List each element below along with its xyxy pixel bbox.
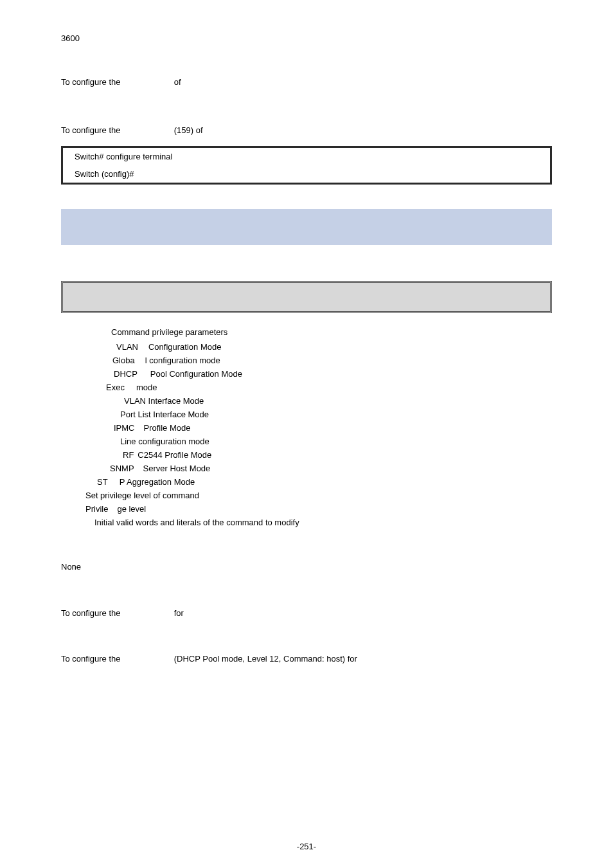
- param-desc: VLAN Interface Mode: [124, 396, 552, 406]
- terminal-box: Switch# configure terminal Switch (confi…: [61, 146, 552, 185]
- outro2-mid: (DHCP Pool mode, Level 12, Command: host…: [174, 654, 357, 664]
- param-row: DHCPPool Configuration Mode: [114, 369, 552, 379]
- parameter-list: Command privilege parameters VLANConfigu…: [61, 326, 552, 528]
- param-row: Port List Interface Mode: [120, 410, 552, 419]
- param-gap: [135, 356, 145, 365]
- outro1-mid: for: [174, 608, 184, 618]
- param-label: ST: [97, 477, 108, 487]
- param-tail-text: Initial valid words and literals of the …: [94, 518, 299, 527]
- param-label: DHCP: [114, 369, 138, 379]
- param-desc: mode: [136, 383, 552, 392]
- intro2-prefix: To configure the: [61, 125, 123, 135]
- syntax-box: [61, 281, 552, 313]
- intro2-mid: (159) of: [174, 125, 203, 135]
- param-desc: Line configuration mode: [120, 437, 552, 446]
- param-label: Exec: [106, 383, 125, 392]
- param-desc: Configuration Mode: [148, 342, 552, 352]
- param-desc: C2544 Profile Mode: [138, 450, 552, 460]
- outro1-prefix: To configure the: [61, 608, 123, 618]
- header-left: 3600: [61, 32, 552, 45]
- param-row: STP Aggregation Mode: [97, 477, 552, 487]
- intro-line-2: To configure the (159) of: [61, 124, 552, 137]
- param-desc: Server Host Mode: [143, 464, 552, 473]
- intro1-prefix: To configure the: [61, 77, 123, 87]
- terminal-line-2: Switch (config)#: [63, 165, 550, 183]
- param-desc: Profile Mode: [144, 423, 553, 433]
- param-desc: l configuration mode: [145, 356, 552, 365]
- param-desc: P Aggregation Mode: [120, 477, 552, 487]
- param-row: Execmode: [106, 383, 552, 392]
- param-row: Global configuration mode: [112, 356, 552, 365]
- param-gap: [135, 423, 144, 433]
- param-row: Line configuration mode: [120, 437, 552, 446]
- param-row: IPMCProfile Mode: [114, 423, 552, 433]
- param-tail-a: Privile: [85, 504, 108, 514]
- param-tail-row: Privilege level: [85, 504, 552, 514]
- param-gap: [125, 383, 136, 392]
- param-desc: Pool Configuration Mode: [150, 369, 552, 379]
- terminal-line-1: Switch# configure terminal: [63, 148, 550, 165]
- outro2-prefix: To configure the: [61, 654, 123, 664]
- param-tail-row: Initial valid words and literals of the …: [94, 518, 552, 527]
- param-gap: [138, 369, 150, 379]
- intro-line-1: To configure the of: [61, 76, 552, 89]
- param-gap: [138, 342, 148, 352]
- outro-line-1: To configure the for: [61, 607, 552, 620]
- param-desc: Port List Interface Mode: [120, 410, 552, 419]
- param-label: VLAN: [116, 342, 138, 352]
- param-gap: [134, 464, 143, 473]
- param-row: VLANConfiguration Mode: [116, 342, 552, 352]
- intro1-mid: of: [174, 77, 181, 87]
- outro-line-2: To configure the (DHCP Pool mode, Level …: [61, 653, 552, 665]
- param-tail-b: ge level: [117, 504, 146, 514]
- default-none: None: [61, 561, 552, 574]
- param-gap: [108, 477, 120, 487]
- section-banner: [61, 209, 552, 245]
- param-tail-row: Set privilege level of command: [85, 491, 552, 500]
- param-label: Globa: [112, 356, 135, 365]
- page-root: 3600 To configure the of To configure th…: [0, 0, 613, 868]
- param-label: SNMP: [110, 464, 134, 473]
- param-row: VLAN Interface Mode: [124, 396, 552, 406]
- param-row: RFC2544 Profile Mode: [123, 450, 552, 460]
- param-row: SNMPServer Host Mode: [110, 464, 552, 473]
- param-tail-gap: [108, 504, 117, 514]
- page-number: -251-: [0, 842, 613, 851]
- param-tail-text: Set privilege level of command: [85, 491, 199, 500]
- param-label: IPMC: [114, 423, 135, 433]
- param-heading: Command privilege parameters: [111, 326, 552, 339]
- param-label: RF: [123, 450, 134, 460]
